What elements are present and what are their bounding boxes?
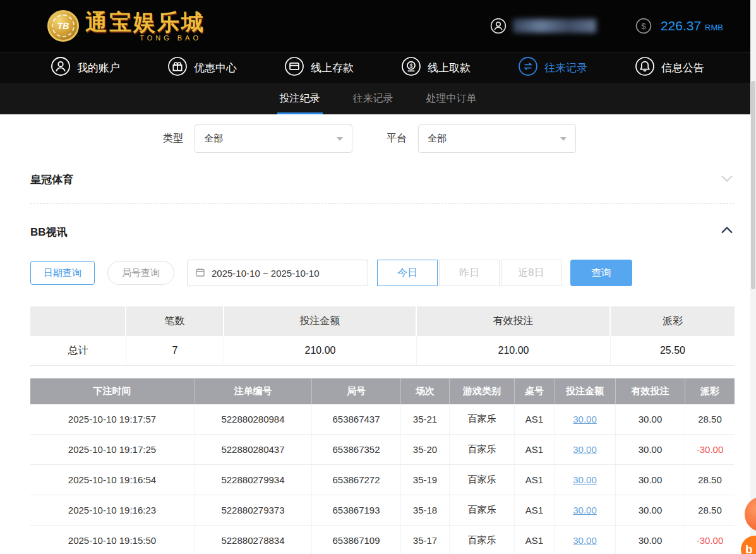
cell-valid-bet: 30.00 (616, 404, 685, 434)
detail-table: 下注时间 注单编号 局号 场次 游戏类别 桌号 投注金额 有效投注 派彩 202… (30, 378, 735, 554)
cell-bet-time: 2025-10-10 19:16:23 (30, 495, 195, 525)
chip-text: TB (57, 21, 69, 31)
section-bb-video[interactable]: BB视讯 (30, 204, 735, 253)
bet-amount-link[interactable]: 30.00 (573, 414, 597, 425)
cell-session: 35-21 (401, 404, 450, 434)
bet-amount-link[interactable]: 30.00 (573, 444, 597, 455)
summary-header-bet: 投注金额 (224, 306, 417, 336)
nav-item-records[interactable]: 往来记录 (518, 56, 587, 80)
cell-game-type: 百家乐 (450, 435, 515, 464)
summary-header-payout: 派彩 (611, 306, 735, 336)
cell-payout: -30.00 (685, 435, 735, 464)
nav-item-my-account[interactable]: 我的账户 (51, 56, 120, 80)
nav-item-announcements[interactable]: 信息公告 (635, 56, 704, 80)
filter-row: 类型 全部 平台 全部 (163, 124, 735, 153)
today-button[interactable]: 今日 (377, 260, 438, 286)
cell-valid-bet: 30.00 (616, 435, 685, 464)
cell-session: 35-18 (401, 495, 450, 525)
type-select-value: 全部 (204, 133, 223, 145)
detail-table-body: 2025-10-10 19:17:57 522880280984 6538674… (30, 404, 735, 554)
user-icon (51, 56, 71, 80)
cell-valid-bet: 30.00 (616, 526, 685, 554)
cell-valid-bet: 30.00 (616, 495, 685, 525)
col-table-no: 桌号 (515, 378, 555, 404)
date-query-button[interactable]: 日期查询 (30, 261, 95, 285)
nav-item-deposit[interactable]: 线上存款 (284, 56, 354, 80)
last-8-days-button[interactable]: 近8日 (501, 260, 561, 286)
cell-round-no: 653867272 (312, 465, 401, 495)
scrollbar-track (750, 0, 756, 554)
type-select[interactable]: 全部 (195, 124, 352, 153)
main-nav: 我的账户 优惠中心 线上存款 (0, 52, 756, 83)
col-payout: 派彩 (685, 378, 735, 404)
day-button-group: 今日 昨日 近8日 (377, 260, 561, 286)
date-range-input[interactable]: 2025-10-10 ~ 2025-10-10 (187, 260, 368, 286)
gift-icon (167, 56, 188, 80)
summary-header-empty (30, 306, 126, 336)
cell-payout: 28.50 (685, 495, 735, 525)
cell-round-no: 653867109 (312, 526, 401, 554)
cell-valid-bet: 30.00 (616, 465, 685, 495)
chevron-down-icon (337, 137, 343, 141)
tab-processing-orders[interactable]: 处理中订单 (424, 83, 479, 114)
cell-session: 35-17 (401, 526, 450, 554)
cell-game-type: 百家乐 (450, 404, 515, 434)
cell-session: 35-20 (401, 435, 450, 464)
brand-logo[interactable]: TB 通宝娱乐城 TONG BAO (47, 10, 205, 42)
type-filter-label: 类型 (163, 132, 183, 145)
bet-amount-link[interactable]: 30.00 (573, 505, 597, 515)
col-round-no: 局号 (312, 378, 401, 404)
section-crown-sports[interactable]: 皇冠体育 (30, 153, 735, 203)
svg-text:$: $ (409, 63, 413, 69)
cell-order-no: 522880280437 (195, 435, 312, 464)
cell-bet-amount: 30.00 (555, 404, 616, 434)
cell-table-no: AS1 (515, 526, 555, 554)
tab-label: 投注纪录 (280, 92, 320, 105)
tab-bet-records[interactable]: 投注纪录 (277, 83, 323, 114)
cell-game-type: 百家乐 (450, 495, 515, 525)
yesterday-button[interactable]: 昨日 (439, 260, 500, 286)
cell-payout: 28.50 (685, 404, 735, 434)
bet-amount-link[interactable]: 30.00 (573, 474, 597, 485)
nav-label: 往来记录 (544, 61, 587, 75)
cell-game-type: 百家乐 (450, 526, 515, 554)
round-query-button[interactable]: 局号查询 (107, 261, 174, 285)
scrollbar-thumb[interactable] (751, 81, 755, 289)
section-title: 皇冠体育 (30, 172, 73, 187)
cell-session: 35-19 (401, 465, 450, 495)
nav-label: 优惠中心 (194, 61, 237, 75)
transfer-records-icon (518, 56, 538, 80)
user-avatar-icon[interactable] (490, 18, 507, 34)
query-bar: 日期查询 局号查询 2025-10-10 ~ 2025-10-10 今日 昨日 … (30, 260, 735, 286)
date-range-value: 2025-10-10 ~ 2025-10-10 (212, 268, 320, 279)
cell-table-no: AS1 (515, 435, 555, 464)
bet-amount-link[interactable]: 30.00 (573, 535, 597, 546)
wallet-icon: $ (635, 18, 652, 34)
brand-subtitle: TONG BAO (140, 34, 201, 42)
nav-item-promotions[interactable]: 优惠中心 (167, 56, 237, 80)
search-button[interactable]: 查询 (570, 260, 632, 286)
cell-order-no: 522880279934 (195, 465, 312, 495)
platform-select-value: 全部 (428, 133, 447, 145)
col-session: 场次 (401, 378, 450, 404)
balance-amount: 226.37 (661, 18, 701, 33)
detail-table-header: 下注时间 注单编号 局号 场次 游戏类别 桌号 投注金额 有效投注 派彩 (30, 378, 735, 404)
cell-round-no: 653867352 (312, 435, 401, 464)
cell-table-no: AS1 (515, 404, 555, 434)
sub-tab-bar: 投注纪录 往来记录 处理中订单 (0, 83, 756, 114)
cell-bet-amount: 30.00 (555, 526, 616, 554)
deposit-icon (284, 56, 304, 80)
chip-icon: TB (47, 10, 79, 42)
svg-text:$: $ (641, 21, 646, 31)
balance-currency: RMB (705, 23, 723, 32)
platform-select[interactable]: 全部 (418, 124, 576, 153)
table-row: 2025-10-10 19:15:50 522880278834 6538671… (30, 526, 735, 554)
cell-order-no: 522880278834 (195, 526, 312, 554)
cell-bet-time: 2025-10-10 19:17:57 (30, 404, 195, 434)
page: TB 通宝娱乐城 TONG BAO $ 226. (0, 0, 756, 554)
tab-transaction-records[interactable]: 往来记录 (351, 83, 396, 114)
cell-bet-amount: 30.00 (555, 465, 616, 495)
section-title: BB视讯 (30, 225, 68, 239)
nav-item-withdraw[interactable]: $ 线上取款 (401, 56, 471, 80)
chevron-down-icon (560, 137, 567, 141)
